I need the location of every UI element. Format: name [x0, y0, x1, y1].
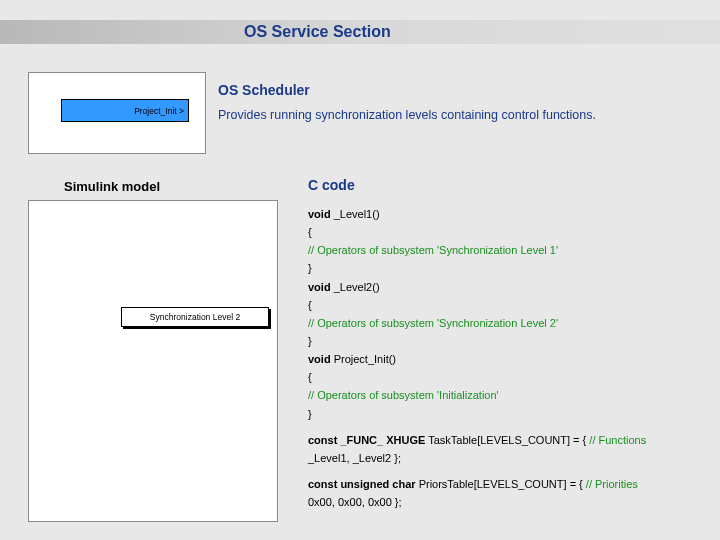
code-line: const unsigned char PriorsTable[LEVELS_C… [308, 475, 698, 493]
code-comment: // Operators of subsystem 'Initializatio… [308, 386, 698, 404]
scheduler-thumbnail: Project_Init > [28, 72, 206, 154]
code-comment: // Operators of subsystem 'Synchronizati… [308, 314, 698, 332]
code-line: void Project_Init() [308, 350, 698, 368]
sync-level-block: Synchronization Level 2 [121, 307, 269, 327]
ccode-label: C code [308, 177, 355, 193]
page-title: OS Service Section [244, 23, 391, 41]
code-line: { [308, 223, 698, 241]
header-band: OS Service Section [0, 20, 720, 44]
simulink-label: Simulink model [64, 179, 160, 194]
code-line: } [308, 332, 698, 350]
code-line: { [308, 368, 698, 386]
code-line: const _FUNC_ XHUGE TaskTable[LEVELS_COUN… [308, 431, 698, 449]
code-line: } [308, 405, 698, 423]
code-line: void _Level1() [308, 205, 698, 223]
code-line: _Level1, _Level2 }; [308, 449, 698, 467]
scheduler-description: Provides running synchronization levels … [218, 108, 596, 122]
code-comment: // Operators of subsystem 'Synchronizati… [308, 241, 698, 259]
code-line: void _Level2() [308, 278, 698, 296]
simulink-model-box: Synchronization Level 2 [28, 200, 278, 522]
code-line: { [308, 296, 698, 314]
project-init-block: Project_Init > [61, 99, 189, 122]
c-code-block: void _Level1() { // Operators of subsyst… [308, 205, 698, 511]
scheduler-heading: OS Scheduler [218, 82, 310, 98]
code-line: 0x00, 0x00, 0x00 }; [308, 493, 698, 511]
code-line: } [308, 259, 698, 277]
